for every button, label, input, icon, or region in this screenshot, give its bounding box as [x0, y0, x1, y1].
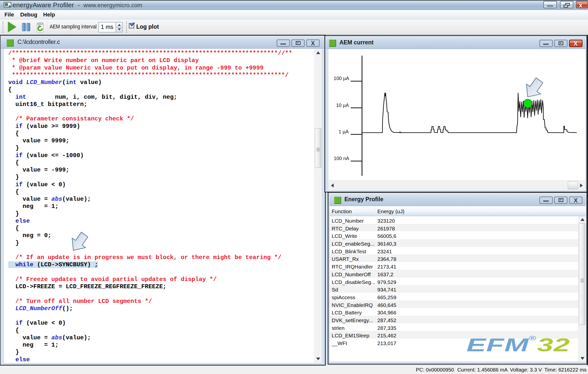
- svg-text:100 µA: 100 µA: [334, 76, 349, 81]
- svg-text:100 nA: 100 nA: [334, 156, 349, 161]
- svg-text:10 µA: 10 µA: [336, 102, 349, 108]
- svg-text:1 µA: 1 µA: [338, 129, 349, 134]
